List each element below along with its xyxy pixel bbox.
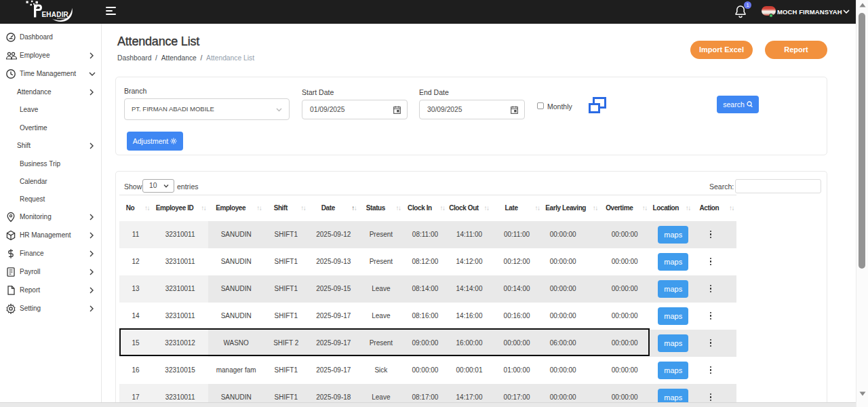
svg-text:EHADIR: EHADIR xyxy=(42,11,69,18)
